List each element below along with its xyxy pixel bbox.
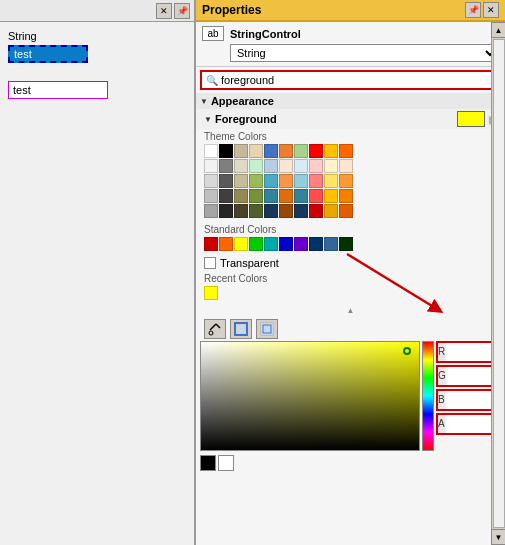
color-cell[interactable] xyxy=(294,174,308,188)
color-cell[interactable] xyxy=(309,204,323,218)
color-cell[interactable] xyxy=(294,159,308,173)
appearance-triangle: ▼ xyxy=(200,97,208,106)
color-cell[interactable] xyxy=(279,237,293,251)
foreground-swatch[interactable] xyxy=(457,111,485,127)
color-cell[interactable] xyxy=(324,159,338,173)
color-cell[interactable] xyxy=(324,189,338,203)
color-cell[interactable] xyxy=(249,144,263,158)
color-cell[interactable] xyxy=(204,144,218,158)
color-cell[interactable] xyxy=(339,189,353,203)
color-cell[interactable] xyxy=(219,159,233,173)
color-cell[interactable] xyxy=(294,189,308,203)
props-content[interactable]: ▼ Appearance ▼ Foreground ▦ Theme Colors xyxy=(196,93,505,545)
color-cell[interactable] xyxy=(234,237,248,251)
color-cell[interactable] xyxy=(204,174,218,188)
scroll-up-btn[interactable]: ▲ xyxy=(491,22,506,38)
color-cell[interactable] xyxy=(234,189,248,203)
color-cell[interactable] xyxy=(234,144,248,158)
foreground-subsection[interactable]: ▼ Foreground ▦ xyxy=(196,109,505,129)
color-cell[interactable] xyxy=(234,159,248,173)
color-cell[interactable] xyxy=(339,159,353,173)
search-icon: 🔍 xyxy=(206,75,218,86)
color-cell[interactable] xyxy=(324,237,338,251)
string-input[interactable] xyxy=(8,81,108,99)
color-cell[interactable] xyxy=(294,237,308,251)
color-cell[interactable] xyxy=(309,189,323,203)
color-cell[interactable] xyxy=(219,237,233,251)
color-cell[interactable] xyxy=(309,174,323,188)
color-cell[interactable] xyxy=(249,237,263,251)
color-cell[interactable] xyxy=(279,174,293,188)
control-name: StringControl xyxy=(230,28,301,40)
color-cell[interactable] xyxy=(339,174,353,188)
recent-color-cell[interactable] xyxy=(204,286,218,300)
color-cell[interactable] xyxy=(249,204,263,218)
color-cell[interactable] xyxy=(264,174,278,188)
standard-color-row xyxy=(204,237,497,251)
search-input[interactable] xyxy=(221,74,495,86)
color-cell[interactable] xyxy=(219,204,233,218)
color-cell[interactable] xyxy=(279,204,293,218)
string-label: String xyxy=(8,30,186,42)
color-cell[interactable] xyxy=(309,237,323,251)
props-pin-btn[interactable]: 📌 xyxy=(465,2,481,18)
transparent-checkbox[interactable] xyxy=(204,257,216,269)
recent-colors-label: Recent Colors xyxy=(204,273,497,284)
color-cell[interactable] xyxy=(279,159,293,173)
color-cell[interactable] xyxy=(219,144,233,158)
pin-btn[interactable]: 📌 xyxy=(174,3,190,19)
theme-row-2 xyxy=(204,174,497,188)
standard-colors-section: Standard Colors xyxy=(196,222,505,255)
color-cell[interactable] xyxy=(309,144,323,158)
color-cell[interactable] xyxy=(264,204,278,218)
color-cell[interactable] xyxy=(264,144,278,158)
color-picker-area: R G B A xyxy=(200,341,501,451)
color-cell[interactable] xyxy=(339,237,353,251)
color-cell[interactable] xyxy=(234,174,248,188)
color-cell[interactable] xyxy=(204,237,218,251)
string-control[interactable]: test xyxy=(8,45,88,63)
color-cell[interactable] xyxy=(279,189,293,203)
color-cell[interactable] xyxy=(339,204,353,218)
appearance-section[interactable]: ▼ Appearance xyxy=(196,93,505,109)
black-swatch[interactable] xyxy=(200,455,216,471)
color-cell[interactable] xyxy=(324,174,338,188)
recent-colors-section: Recent Colors xyxy=(196,271,505,304)
color-cell[interactable] xyxy=(294,144,308,158)
left-toolbar: ✕ 📌 xyxy=(0,0,194,22)
color-cell[interactable] xyxy=(309,159,323,173)
color-cell[interactable] xyxy=(219,174,233,188)
color-cell[interactable] xyxy=(264,189,278,203)
props-close-btn[interactable]: ✕ xyxy=(483,2,499,18)
search-box[interactable]: 🔍 xyxy=(200,70,501,90)
square-picker-btn[interactable] xyxy=(230,319,252,339)
color-selector-dot[interactable] xyxy=(403,347,411,355)
scroll-down-btn[interactable]: ▼ xyxy=(491,529,506,545)
color-cell[interactable] xyxy=(204,189,218,203)
color-cell[interactable] xyxy=(339,144,353,158)
color-cell[interactable] xyxy=(249,189,263,203)
color-cell[interactable] xyxy=(324,144,338,158)
foreground-triangle: ▼ xyxy=(204,115,212,124)
color-cell[interactable] xyxy=(234,204,248,218)
picker-icons-row xyxy=(196,317,505,341)
strip-picker-btn[interactable] xyxy=(256,319,278,339)
color-cell[interactable] xyxy=(219,189,233,203)
close-btn[interactable]: ✕ xyxy=(156,3,172,19)
type-select[interactable]: String xyxy=(230,44,499,62)
color-cell[interactable] xyxy=(249,159,263,173)
theme-colors-label: Theme Colors xyxy=(204,131,497,142)
transparent-label: Transparent xyxy=(220,257,279,269)
color-cell[interactable] xyxy=(294,204,308,218)
white-swatch[interactable] xyxy=(218,455,234,471)
color-cell[interactable] xyxy=(264,237,278,251)
eyedropper-btn[interactable] xyxy=(204,319,226,339)
hue-bar[interactable] xyxy=(422,341,434,451)
color-cell[interactable] xyxy=(279,144,293,158)
gradient-box[interactable] xyxy=(200,341,420,451)
color-cell[interactable] xyxy=(324,204,338,218)
color-cell[interactable] xyxy=(204,159,218,173)
color-cell[interactable] xyxy=(249,174,263,188)
color-cell[interactable] xyxy=(204,204,218,218)
color-cell[interactable] xyxy=(264,159,278,173)
